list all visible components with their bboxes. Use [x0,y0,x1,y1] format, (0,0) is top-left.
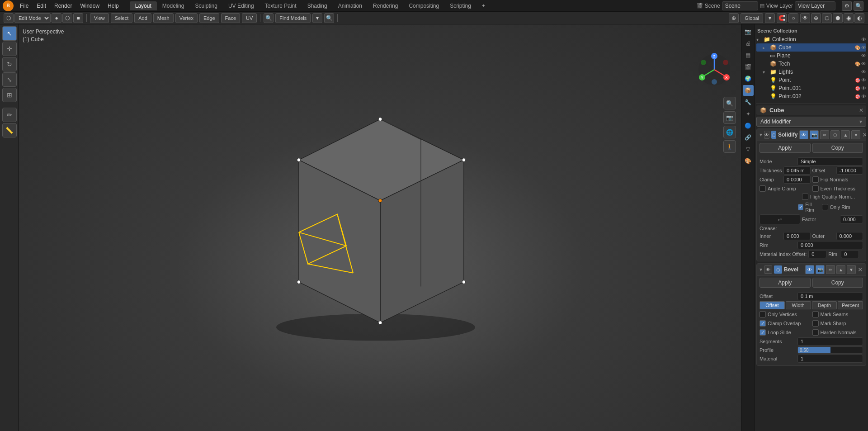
rim-value[interactable]: 0.000 [797,241,863,249]
view-layer-input[interactable] [795,1,835,10]
transform-dropdown[interactable]: ▾ [765,13,775,23]
solidify-header[interactable]: ▾ 👁 ⬡ Solidify 👁 📷 ✏ ⬡ ▲ ▼ ✕ [757,129,866,141]
move-tool[interactable]: ✛ [2,42,17,56]
thickness-value[interactable]: 0.045 m [783,166,811,175]
transform-tool[interactable]: ⊞ [2,88,17,102]
bevel-render-icon[interactable]: 📷 [816,265,825,274]
orientation-gizmo[interactable]: Z X Y [696,52,732,88]
bevel-copy-btn[interactable]: Copy [812,278,863,288]
clamp-overlap-check[interactable]: ✓ [760,320,766,327]
object-props-icon[interactable]: 📦 [743,85,754,96]
face-mode-btn[interactable]: ■ [73,13,83,23]
tab-texture-paint[interactable]: Texture Paint [259,1,302,10]
zoom-in-btn[interactable]: 🔍 [723,97,736,109]
cursor-tool[interactable]: ↖ [2,26,17,41]
snap-icon[interactable]: 🧲 [777,13,787,23]
tab-animation[interactable]: Animation [333,1,368,10]
output-props-icon[interactable]: 🖨 [743,38,754,49]
modifier-props-icon[interactable]: 🔧 [743,97,754,108]
annotate-tool[interactable]: ✏ [2,108,17,122]
camera-btn[interactable]: 📷 [723,111,736,124]
search-btn-2[interactable]: 🔍 [324,13,334,23]
viewport-3d[interactable]: User Perspective (1) Cube [19,24,741,431]
point002-eye[interactable]: 👁 [861,94,866,99]
harden-normals-check[interactable] [812,329,819,336]
bevel-offset-value[interactable]: 0.1 m [797,292,863,300]
tree-item-point002[interactable]: 💡 Point.002 🎯 👁 [756,92,866,100]
tree-item-point001[interactable]: 💡 Point.001 🎯 👁 [756,84,866,92]
world-props-icon[interactable]: 🌍 [743,73,754,84]
face-btn[interactable]: Face [221,13,240,23]
overlay-icon[interactable]: 👁 [800,13,810,23]
mesh-btn[interactable]: Mesh [153,13,174,23]
high-quality-check[interactable] [802,194,808,200]
window-menu[interactable]: Window [76,2,103,10]
lights-eye[interactable]: 👁 [861,69,866,75]
scene-input[interactable] [722,1,758,10]
scale-tool[interactable]: ⤡ [2,72,17,87]
tab-modeling[interactable]: Modeling [157,1,190,10]
tab-scripting[interactable]: Scripting [444,1,476,10]
cube-eye[interactable]: 👁 [861,45,866,50]
transform-btn[interactable]: Global [741,13,763,23]
help-menu[interactable]: Help [104,2,123,10]
tab-uv-editing[interactable]: UV Editing [223,1,259,10]
segments-value[interactable]: 1 [797,337,863,346]
tab-compositing[interactable]: Compositing [403,1,444,10]
viewport-shading-wire[interactable]: ⬡ [822,13,832,23]
collection-eye[interactable]: 👁 [861,37,866,42]
constraints-props-icon[interactable]: 🔗 [743,132,754,143]
angle-clamp-check[interactable] [760,185,766,192]
vertex-btn[interactable]: Vertex [175,13,198,23]
bevel-close-btn[interactable]: ✕ [858,266,863,273]
render-menu[interactable]: Render [51,2,75,10]
solidify-mode-value[interactable]: Simple [797,157,863,166]
solidify-apply-btn[interactable]: Apply [760,143,811,153]
offset-value[interactable]: -1.0000 [836,166,863,175]
tree-item-cube[interactable]: ▸ 📦 Cube 🎨 👁 [756,43,866,52]
point001-eye[interactable]: 👁 [861,85,866,91]
bevel-up-icon[interactable]: ▲ [836,265,845,274]
solidify-cage-icon[interactable]: ⬡ [830,130,840,139]
factor-value[interactable]: 0.000 [840,215,863,223]
tab-shading[interactable]: Shading [302,1,333,10]
bevel-tab-width[interactable]: Width [786,301,811,309]
only-rim-check[interactable] [822,204,828,210]
gizmo-icon[interactable]: ⊕ [811,13,821,23]
bevel-tab-depth[interactable]: Depth [812,301,837,309]
tree-item-tech[interactable]: 📦 Tech 🎨 👁 [756,60,866,68]
edge-btn[interactable]: Edge [199,13,219,23]
tree-item-point[interactable]: 💡 Point 🎯 👁 [756,76,866,84]
tree-item-lights[interactable]: ▾ 📁 Lights 👁 [756,68,866,76]
viewport-shading-render[interactable]: ◐ [854,13,864,23]
solidify-edit-icon[interactable]: ✏ [820,130,829,139]
point-eye[interactable]: 👁 [861,77,866,83]
rotate-tool[interactable]: ↻ [2,57,17,71]
prop-edit-icon[interactable]: ○ [788,13,798,23]
render-props-icon[interactable]: 📷 [743,26,754,37]
outer-value[interactable]: 0.000 [836,232,863,240]
bevel-tab-offset[interactable]: Offset [760,301,785,309]
bevel-toggle[interactable]: ▾ [760,266,762,273]
solidify-realtime-icon[interactable]: 👁 [799,130,808,139]
settings-icon[interactable]: ⚙ [842,1,852,11]
tab-sculpting[interactable]: Sculpting [190,1,223,10]
solidify-up-icon[interactable]: ▲ [841,130,850,139]
tech-eye[interactable]: 👁 [861,61,866,66]
material-value[interactable]: 1 [797,355,863,363]
bevel-header[interactable]: ▾ 👁 ⬡ Bevel 👁 📷 ✏ ▲ ▼ ✕ [757,264,866,276]
search-models-icon[interactable]: 🔍 [264,13,274,23]
search-icon[interactable]: 🔍 [854,1,863,11]
particles-props-icon[interactable]: ✦ [743,109,754,119]
uv-btn[interactable]: UV [242,13,257,23]
measure-tool[interactable]: 📏 [2,123,17,137]
walk-btn[interactable]: 🚶 [723,140,736,153]
file-menu[interactable]: File [16,2,32,10]
solidify-render-icon[interactable]: 📷 [810,130,819,139]
view-layer-props-icon[interactable]: ▤ [743,50,754,61]
material-props-icon[interactable]: 🎨 [743,156,754,166]
viewport-shading-mat[interactable]: ◉ [844,13,854,23]
viewport-shading-solid[interactable]: ⬢ [833,13,843,23]
edge-mode-btn[interactable]: ⬡ [62,13,72,23]
loop-slide-check[interactable]: ✓ [760,329,766,336]
